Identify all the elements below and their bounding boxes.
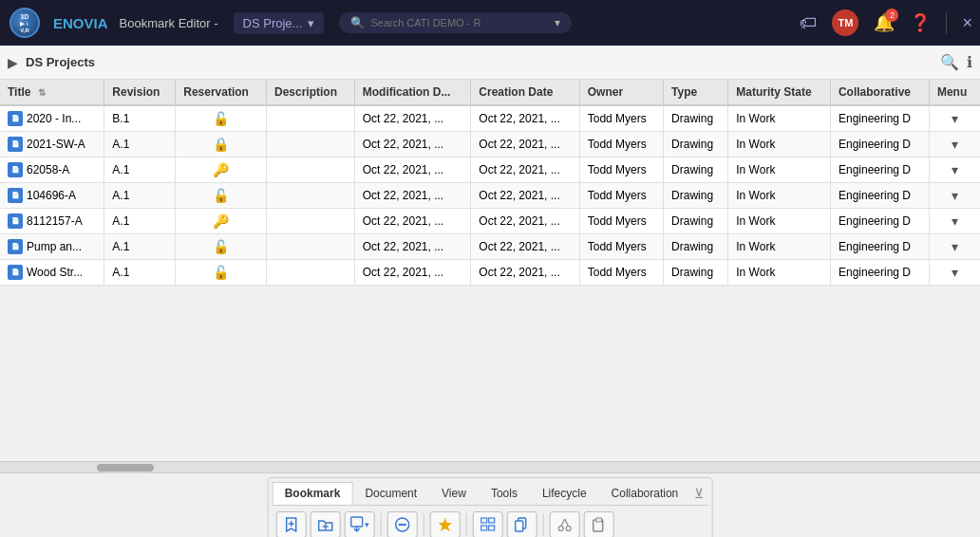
cell-owner: Todd Myers [579,260,663,286]
ds-project-selector[interactable]: DS Proje... ▾ [234,12,325,34]
menu-dropdown-icon[interactable]: ▾ [952,111,958,126]
search-bar[interactable]: 🔍 ▾ [339,12,572,33]
cell-description [267,209,355,234]
play-icon[interactable]: ▶ [8,55,18,70]
bottom-area: Bookmark Document View Tools Lifecycle C… [0,472,980,537]
table-row[interactable]: 📄Pump an...A.1🔓Oct 22, 2021, ...Oct 22, … [0,234,980,260]
col-collaborative[interactable]: Collaborative [830,80,929,105]
cell-menu[interactable]: ▾ [929,132,980,157]
cut-button[interactable] [550,511,580,537]
notification-icon[interactable]: 🔔 2 [874,12,895,33]
cell-title: 📄2021-SW-A [0,132,104,157]
cell-title: 📄Wood Str... [0,260,104,286]
cell-owner: Todd Myers [579,183,663,209]
cell-description [267,132,355,157]
cell-menu[interactable]: ▾ [929,209,980,234]
logo: 3D▶ iV,R [8,6,42,40]
table-row[interactable]: 📄62058-AA.1🔑Oct 22, 2021, ...Oct 22, 202… [0,157,980,183]
tab-document[interactable]: Document [352,482,429,505]
table-row[interactable]: 📄104696-AA.1🔓Oct 22, 2021, ...Oct 22, 20… [0,183,980,209]
grid-view-button[interactable] [473,511,503,537]
cell-menu[interactable]: ▾ [929,157,980,183]
menu-dropdown-icon[interactable]: ▾ [952,265,958,280]
cell-menu[interactable]: ▾ [929,105,980,132]
cell-menu[interactable]: ▾ [929,234,980,260]
col-creation-date[interactable]: Creation Date [471,80,579,105]
divider-2 [424,513,424,536]
favorite-button[interactable] [430,511,461,537]
col-owner[interactable]: Owner [579,80,663,105]
table-row[interactable]: 📄8112157-AA.1🔑Oct 22, 2021, ...Oct 22, 2… [0,209,980,234]
horizontal-scrollbar[interactable] [0,461,980,472]
col-menu[interactable]: Menu [929,80,980,105]
page-title: DS Projects [26,55,95,69]
menu-dropdown-icon[interactable]: ▾ [952,213,958,229]
col-description[interactable]: Description [267,80,355,105]
cell-title: 📄104696-A [0,183,104,209]
col-reservation[interactable]: Reservation [176,80,267,105]
pin-icon[interactable]: ⊻ [690,482,707,505]
tag-icon[interactable]: 🏷 [800,13,817,33]
topbar: 3D▶ iV,R ENOVIA Bookmark Editor - DS Pro… [0,0,980,46]
table-header: Title ⇅ Revision Reservation Description… [0,80,980,105]
cell-menu[interactable]: ▾ [929,260,980,286]
search-chevron-icon: ▾ [555,16,560,29]
cell-owner: Todd Myers [579,234,663,260]
table-row[interactable]: 📄2020 - In...B.1🔓Oct 22, 2021, ...Oct 22… [0,105,980,132]
add-bookmark-button[interactable] [276,511,307,537]
file-icon: 📄 [8,137,23,152]
menu-dropdown-icon[interactable]: ▾ [952,137,958,152]
scrollbar-thumb[interactable] [97,464,154,472]
cell-type: Drawing [664,105,728,132]
svg-rect-13 [516,521,523,531]
tab-bookmark[interactable]: Bookmark [273,482,353,505]
dropdown-chevron: ▾ [365,521,369,529]
cell-description [267,234,355,260]
cell-collaborative: Engineering D [830,183,929,209]
cell-modification-date: Oct 22, 2021, ... [354,105,471,132]
cell-menu[interactable]: ▾ [929,183,980,209]
col-type[interactable]: Type [664,80,728,105]
tab-view[interactable]: View [429,482,479,505]
cell-creation-date: Oct 22, 2021, ... [471,132,579,157]
move-button[interactable]: ▾ [345,511,375,537]
svg-line-16 [561,519,565,527]
table-row[interactable]: 📄Wood Str...A.1🔓Oct 22, 2021, ...Oct 22,… [0,260,980,286]
add-folder-button[interactable] [311,511,341,537]
file-icon: 📄 [8,265,23,280]
copy-link-button[interactable] [507,511,537,537]
cell-creation-date: Oct 22, 2021, ... [471,105,579,132]
paste-button[interactable] [584,511,614,537]
menu-dropdown-icon[interactable]: ▾ [952,162,958,177]
lock-open-icon: 🔓 [213,239,229,254]
file-icon: 📄 [8,239,23,254]
info-icon[interactable]: ℹ [967,53,972,71]
table-row[interactable]: 📄2021-SW-AA.1🔒Oct 22, 2021, ...Oct 22, 2… [0,132,980,157]
notification-badge: 2 [885,9,898,22]
col-title[interactable]: Title ⇅ [0,80,104,105]
close-icon[interactable]: × [962,13,972,33]
lock-open-icon: 🔓 [213,265,229,280]
col-revision[interactable]: Revision [104,80,176,105]
cell-owner: Todd Myers [579,157,663,183]
tab-collaboration[interactable]: Collaboration [599,482,691,505]
logo-inner: 3D▶ iV,R [9,8,40,38]
tab-tools[interactable]: Tools [479,482,530,505]
col-maturity-state[interactable]: Maturity State [728,80,831,105]
help-icon[interactable]: ❓ [910,12,931,33]
search-input[interactable] [370,17,551,28]
cell-creation-date: Oct 22, 2021, ... [471,260,579,286]
avatar[interactable]: TM [832,9,858,36]
remove-button[interactable] [387,511,418,537]
cell-description [267,183,355,209]
search-icon[interactable]: 🔍 [940,53,959,71]
tab-lifecycle[interactable]: Lifecycle [530,482,599,505]
cell-maturity-state: In Work [728,105,831,132]
menu-dropdown-icon[interactable]: ▾ [952,188,958,203]
cell-modification-date: Oct 22, 2021, ... [354,260,471,286]
cell-reservation: 🔓 [176,105,267,132]
cell-title: 📄8112157-A [0,209,104,234]
col-modification-date[interactable]: Modification D... [354,80,471,105]
svg-line-17 [565,519,569,527]
menu-dropdown-icon[interactable]: ▾ [952,239,958,254]
